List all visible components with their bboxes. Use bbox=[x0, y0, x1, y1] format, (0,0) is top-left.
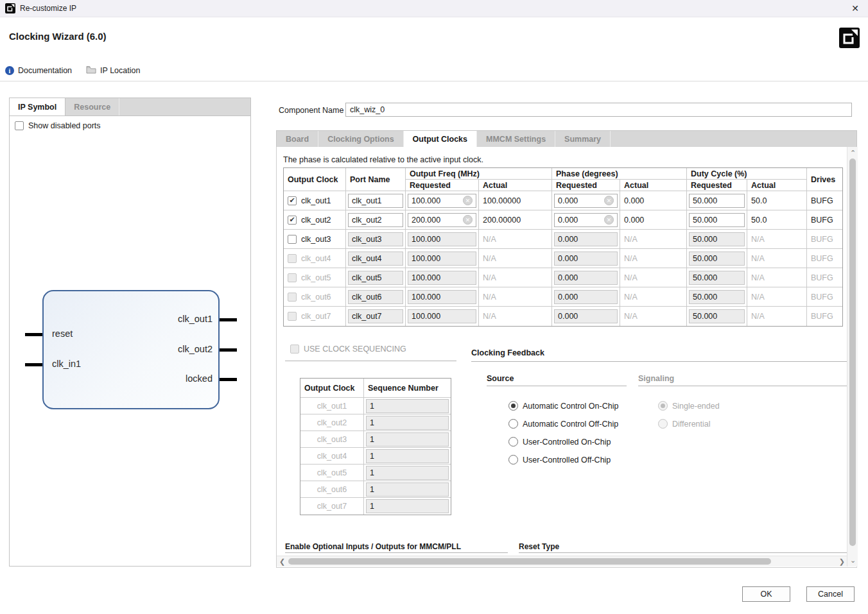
phase-requested-input: 0.000 bbox=[554, 290, 618, 304]
scroll-up-icon[interactable]: ⌃ bbox=[850, 149, 856, 157]
seq-clock-name: clk_out5 bbox=[300, 465, 364, 481]
radio-option-automatic-control-off-chip[interactable]: Automatic Control Off-Chip bbox=[508, 419, 618, 429]
freq-actual-value: N/A bbox=[483, 235, 496, 244]
freq-requested-cell: 100.000 bbox=[406, 268, 479, 287]
folder-icon bbox=[86, 65, 96, 76]
documentation-label: Documentation bbox=[18, 66, 72, 75]
port-label-clk-out2: clk_out2 bbox=[135, 344, 213, 354]
freq-requested-input: 100.000 bbox=[408, 290, 476, 304]
freq-requested-input: 100.000 bbox=[408, 271, 476, 285]
scroll-right-icon[interactable]: ❯ bbox=[839, 558, 845, 565]
check-icon: ✔ bbox=[289, 216, 295, 223]
tab-clocking-options[interactable]: Clocking Options bbox=[318, 131, 403, 147]
phase-actual-cell: N/A bbox=[620, 307, 687, 326]
port-label-reset: reset bbox=[52, 328, 73, 339]
freq-requested-input[interactable]: 100.000✕ bbox=[408, 194, 476, 208]
sequence-number-input: 1 bbox=[366, 416, 449, 430]
close-icon[interactable]: ✕ bbox=[849, 2, 862, 15]
clock-enable-checkbox[interactable]: ✔ bbox=[288, 196, 297, 205]
phase-requested-value: 0.000 bbox=[558, 196, 578, 205]
phase-actual-cell: N/A bbox=[620, 268, 687, 287]
sequence-table: Output ClockSequence Numberclk_out11clk_… bbox=[300, 378, 451, 515]
duty-actual-cell: N/A bbox=[747, 268, 807, 287]
tab-output-clocks[interactable]: Output Clocks bbox=[404, 131, 477, 147]
duty-requested-cell: 50.000 bbox=[687, 230, 747, 249]
toolbar: i Documentation IP Location bbox=[5, 64, 154, 78]
sequence-number-value: 1 bbox=[370, 485, 374, 494]
phase-actual-value: N/A bbox=[624, 312, 638, 321]
port-name-input: clk_out5 bbox=[348, 271, 403, 285]
row-output-clock: clk_out4 bbox=[284, 249, 346, 268]
drives-value: BUFG bbox=[811, 235, 833, 244]
component-name-input[interactable]: clk_wiz_0 bbox=[345, 103, 852, 117]
tab-summary[interactable]: Summary bbox=[555, 131, 611, 147]
freq-requested-cell: 100.000 bbox=[406, 249, 479, 268]
duty-actual-cell: 50.0 bbox=[747, 191, 807, 210]
scroll-down-icon[interactable]: ⌄ bbox=[850, 557, 856, 564]
show-disabled-ports[interactable]: Show disabled ports bbox=[15, 121, 101, 130]
vertical-scroll-thumb[interactable] bbox=[849, 158, 856, 546]
radio-option-single-ended: Single-ended bbox=[658, 401, 720, 411]
radio-button[interactable] bbox=[508, 419, 518, 429]
tab-board[interactable]: Board bbox=[277, 131, 318, 147]
clear-icon[interactable]: ✕ bbox=[604, 196, 614, 205]
clear-icon[interactable]: ✕ bbox=[463, 196, 473, 205]
scroll-left-icon[interactable]: ❮ bbox=[279, 558, 285, 565]
clear-icon[interactable]: ✕ bbox=[463, 215, 473, 225]
show-disabled-ports-checkbox[interactable] bbox=[15, 121, 24, 130]
freq-actual-value: N/A bbox=[483, 254, 496, 263]
radio-button[interactable] bbox=[508, 401, 518, 411]
duty-requested-input[interactable]: 50.000 bbox=[689, 213, 745, 227]
duty-actual-value: 50.0 bbox=[751, 196, 767, 205]
clock-enable-checkbox bbox=[288, 312, 297, 321]
radio-option-user-controlled-on-chip[interactable]: User-Controlled On-Chip bbox=[508, 437, 618, 447]
port-stub-clk-out1 bbox=[220, 318, 237, 321]
phase-actual-cell: N/A bbox=[620, 249, 687, 268]
freq-requested-value: 100.000 bbox=[412, 312, 440, 321]
documentation-button[interactable]: i Documentation bbox=[5, 66, 72, 75]
clear-icon[interactable]: ✕ bbox=[604, 215, 614, 225]
port-label-clk-out1: clk_out1 bbox=[135, 314, 213, 324]
duty-actual-cell: N/A bbox=[747, 230, 807, 249]
horizontal-scrollbar[interactable]: ❮ ❯ bbox=[277, 556, 847, 567]
port-name-input[interactable]: clk_out2 bbox=[348, 213, 403, 227]
phase-requested-input[interactable]: 0.000✕ bbox=[554, 213, 618, 227]
phase-requested-input: 0.000 bbox=[554, 232, 618, 246]
row-output-clock: ✔clk_out2 bbox=[284, 210, 346, 230]
freq-requested-input[interactable]: 200.000✕ bbox=[408, 213, 476, 227]
signaling-options: Single-endedDifferential bbox=[658, 401, 720, 437]
seq-clock-name: clk_out7 bbox=[300, 498, 364, 515]
port-name-value: clk_out2 bbox=[352, 216, 382, 225]
freq-actual-value: N/A bbox=[483, 312, 496, 321]
clock-enable-checkbox[interactable] bbox=[288, 235, 297, 244]
radio-option-user-controlled-off-chip[interactable]: User-Controlled Off-Chip bbox=[508, 455, 618, 465]
phase-requested-cell: 0.000 bbox=[552, 268, 620, 287]
duty-requested-input[interactable]: 50.000 bbox=[689, 194, 745, 208]
horizontal-scroll-thumb[interactable] bbox=[288, 558, 771, 565]
col-group-duty-cycle: Duty Cycle (%) bbox=[687, 168, 807, 180]
duty-actual-value: N/A bbox=[751, 273, 765, 282]
left-tab-ip-symbol[interactable]: IP Symbol bbox=[10, 98, 65, 115]
seq-clock-name: clk_out1 bbox=[300, 398, 364, 414]
ip-location-button[interactable]: IP Location bbox=[86, 65, 140, 76]
tab-mmcm-settings[interactable]: MMCM Settings bbox=[477, 131, 555, 147]
port-name-value: clk_out5 bbox=[352, 273, 382, 282]
seq-number-cell: 1 bbox=[364, 431, 451, 448]
freq-requested-value: 100.000 bbox=[412, 293, 440, 302]
clock-enable-checkbox[interactable]: ✔ bbox=[288, 216, 297, 225]
phase-requested-input[interactable]: 0.000✕ bbox=[554, 194, 618, 208]
col-header-drives: Drives bbox=[807, 168, 842, 191]
phase-note: The phase is calculated relative to the … bbox=[283, 155, 483, 164]
vertical-scrollbar[interactable]: ⌃ ⌄ bbox=[847, 147, 858, 567]
radio-option-automatic-control-on-chip[interactable]: Automatic Control On-Chip bbox=[508, 401, 618, 411]
left-tab-resource[interactable]: Resource bbox=[65, 98, 119, 115]
radio-button[interactable] bbox=[508, 437, 518, 447]
drives-value: BUFG bbox=[811, 273, 833, 282]
port-name-input[interactable]: clk_out1 bbox=[348, 194, 403, 208]
radio-button[interactable] bbox=[508, 455, 518, 465]
cancel-button[interactable]: Cancel bbox=[806, 586, 855, 602]
reset-type-title: Reset Type bbox=[519, 542, 559, 551]
optional-io-title: Enable Optional Inputs / Outputs for MMC… bbox=[285, 542, 461, 551]
component-name-label: Component Name bbox=[279, 106, 343, 115]
ok-button[interactable]: OK bbox=[742, 586, 790, 602]
